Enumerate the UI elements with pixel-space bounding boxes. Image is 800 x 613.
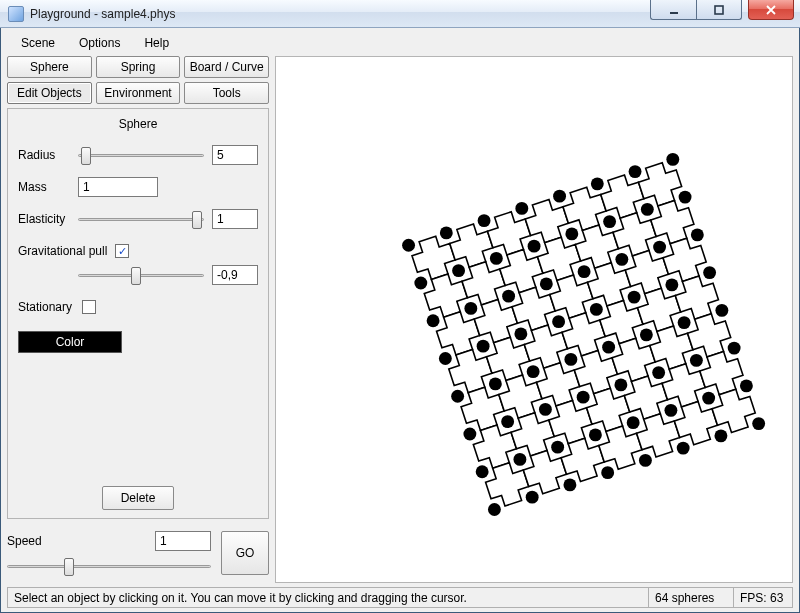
tab-environment[interactable]: Environment bbox=[96, 82, 181, 104]
go-button[interactable]: GO bbox=[221, 531, 269, 575]
svg-point-54 bbox=[515, 202, 528, 215]
svg-point-111 bbox=[639, 454, 652, 467]
svg-point-72 bbox=[615, 253, 628, 266]
minimize-button[interactable] bbox=[650, 0, 696, 20]
tab-board-curve[interactable]: Board / Curve bbox=[184, 56, 269, 78]
svg-marker-46 bbox=[561, 438, 604, 481]
tab-sphere[interactable]: Sphere bbox=[7, 56, 92, 78]
speed-label: Speed bbox=[7, 534, 67, 548]
grav-checkbox[interactable]: ✓ bbox=[115, 244, 129, 258]
svg-point-94 bbox=[577, 391, 590, 404]
speed-value[interactable]: 1 bbox=[155, 531, 211, 551]
left-panel: Sphere Spring Board / Curve Edit Objects… bbox=[7, 56, 269, 583]
svg-marker-27 bbox=[600, 301, 643, 344]
menu-options[interactable]: Options bbox=[69, 34, 130, 52]
svg-rect-0 bbox=[670, 12, 678, 14]
svg-marker-38 bbox=[511, 413, 554, 456]
svg-marker-19 bbox=[550, 275, 593, 318]
svg-point-67 bbox=[427, 314, 440, 327]
properties-panel: Sphere Radius 5 Mass 1 Elasticity bbox=[7, 108, 269, 519]
close-button[interactable] bbox=[748, 0, 794, 20]
svg-marker-31 bbox=[499, 375, 542, 418]
svg-marker-32 bbox=[537, 363, 580, 406]
simulation-viewport[interactable] bbox=[275, 56, 793, 583]
elasticity-value[interactable]: 1 bbox=[212, 209, 258, 229]
svg-marker-30 bbox=[461, 387, 504, 430]
svg-marker-10 bbox=[462, 262, 505, 305]
svg-point-100 bbox=[513, 453, 526, 466]
status-bar: Select an object by clicking on it. You … bbox=[7, 587, 793, 608]
svg-point-77 bbox=[514, 327, 527, 340]
svg-marker-18 bbox=[512, 287, 555, 330]
minimize-icon bbox=[668, 4, 680, 16]
svg-marker-17 bbox=[474, 300, 517, 343]
lattice-shape bbox=[276, 57, 792, 582]
svg-point-95 bbox=[614, 378, 627, 391]
stationary-checkbox[interactable] bbox=[82, 300, 96, 314]
speed-slider[interactable] bbox=[7, 557, 211, 575]
svg-marker-7 bbox=[601, 175, 644, 218]
delete-button[interactable]: Delete bbox=[102, 486, 174, 510]
color-button[interactable]: Color bbox=[18, 331, 122, 353]
status-spheres: 64 spheres bbox=[648, 587, 733, 608]
svg-marker-33 bbox=[574, 351, 617, 394]
mass-label: Mass bbox=[18, 180, 78, 194]
svg-point-70 bbox=[540, 277, 553, 290]
svg-marker-2 bbox=[412, 236, 455, 279]
svg-point-53 bbox=[478, 214, 491, 227]
svg-marker-28 bbox=[638, 288, 681, 331]
menu-scene[interactable]: Scene bbox=[11, 34, 65, 52]
svg-marker-37 bbox=[473, 425, 516, 468]
svg-marker-5 bbox=[525, 200, 568, 243]
grav-value[interactable]: -0,9 bbox=[212, 265, 258, 285]
tab-spring[interactable]: Spring bbox=[96, 56, 181, 78]
radius-value[interactable]: 5 bbox=[212, 145, 258, 165]
svg-marker-25 bbox=[524, 325, 567, 368]
svg-point-89 bbox=[678, 316, 691, 329]
maximize-button[interactable] bbox=[696, 0, 742, 20]
svg-point-106 bbox=[740, 379, 753, 392]
svg-point-51 bbox=[402, 239, 415, 252]
svg-marker-26 bbox=[562, 313, 605, 356]
check-icon: ✓ bbox=[118, 246, 127, 257]
svg-point-76 bbox=[477, 340, 490, 353]
svg-marker-13 bbox=[575, 225, 618, 268]
svg-marker-20 bbox=[588, 263, 631, 306]
svg-marker-14 bbox=[613, 213, 656, 256]
svg-point-68 bbox=[464, 302, 477, 315]
svg-marker-4 bbox=[487, 212, 530, 255]
svg-marker-24 bbox=[487, 337, 530, 380]
radius-slider[interactable] bbox=[78, 146, 204, 164]
svg-point-65 bbox=[641, 203, 654, 216]
svg-marker-22 bbox=[663, 238, 706, 281]
svg-point-71 bbox=[578, 265, 591, 278]
svg-marker-39 bbox=[549, 401, 592, 444]
svg-point-69 bbox=[502, 290, 515, 303]
app-icon bbox=[8, 6, 24, 22]
svg-point-105 bbox=[702, 392, 715, 405]
svg-point-108 bbox=[526, 491, 539, 504]
svg-point-66 bbox=[679, 191, 692, 204]
mass-value[interactable]: 1 bbox=[78, 177, 158, 197]
elasticity-slider[interactable] bbox=[78, 210, 204, 228]
svg-marker-23 bbox=[449, 350, 492, 393]
titlebar: Playground - sample4.phys bbox=[0, 0, 800, 28]
grav-label: Gravitational pull bbox=[18, 244, 107, 258]
svg-marker-3 bbox=[450, 224, 493, 267]
svg-point-57 bbox=[629, 165, 642, 178]
svg-point-62 bbox=[528, 240, 541, 253]
svg-point-78 bbox=[552, 315, 565, 328]
svg-marker-48 bbox=[637, 414, 680, 457]
svg-point-90 bbox=[715, 304, 728, 317]
close-icon bbox=[765, 4, 777, 16]
svg-marker-29 bbox=[675, 276, 718, 319]
tab-edit-objects[interactable]: Edit Objects bbox=[7, 82, 92, 104]
grav-slider[interactable] bbox=[78, 266, 204, 284]
menu-help[interactable]: Help bbox=[134, 34, 179, 52]
panel-title: Sphere bbox=[18, 117, 258, 131]
svg-marker-40 bbox=[587, 388, 630, 431]
svg-marker-45 bbox=[523, 451, 566, 494]
status-fps: FPS: 63 bbox=[733, 587, 793, 608]
tab-tools[interactable]: Tools bbox=[184, 82, 269, 104]
svg-marker-34 bbox=[612, 338, 655, 381]
